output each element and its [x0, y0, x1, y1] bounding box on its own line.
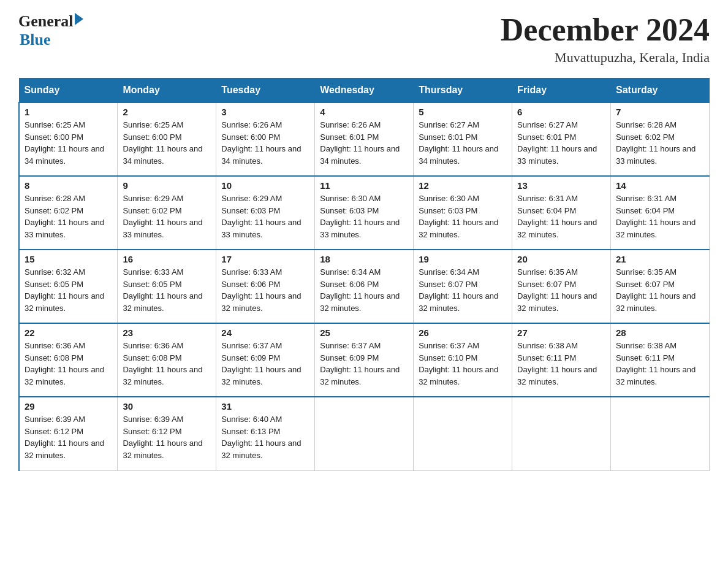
day-cell: 15Sunrise: 6:32 AMSunset: 6:05 PMDayligh…	[19, 250, 118, 323]
header-cell-friday: Friday	[512, 79, 611, 103]
day-info: Sunrise: 6:29 AMSunset: 6:03 PMDaylight:…	[221, 194, 301, 239]
day-number: 3	[221, 107, 309, 117]
day-number: 15	[25, 254, 112, 264]
day-cell: 6Sunrise: 6:27 AMSunset: 6:01 PMDaylight…	[512, 102, 611, 176]
day-cell: 13Sunrise: 6:31 AMSunset: 6:04 PMDayligh…	[512, 176, 611, 250]
day-cell: 21Sunrise: 6:35 AMSunset: 6:07 PMDayligh…	[611, 250, 710, 323]
day-info: Sunrise: 6:26 AMSunset: 6:01 PMDaylight:…	[320, 120, 400, 166]
day-info: Sunrise: 6:25 AMSunset: 6:00 PMDaylight:…	[25, 120, 104, 166]
day-info: Sunrise: 6:36 AMSunset: 6:08 PMDaylight:…	[25, 341, 104, 386]
day-cell: 29Sunrise: 6:39 AMSunset: 6:12 PMDayligh…	[19, 397, 118, 470]
day-number: 17	[221, 254, 309, 264]
header-cell-thursday: Thursday	[414, 79, 512, 103]
header-cell-wednesday: Wednesday	[315, 79, 414, 103]
week-row-1: 1Sunrise: 6:25 AMSunset: 6:00 PMDaylight…	[19, 102, 710, 176]
day-number: 31	[221, 401, 309, 412]
day-info: Sunrise: 6:30 AMSunset: 6:03 PMDaylight:…	[320, 194, 400, 239]
title-block: December 2024 Muvattupuzha, Kerala, Indi…	[501, 12, 710, 66]
day-info: Sunrise: 6:39 AMSunset: 6:12 PMDaylight:…	[123, 415, 202, 460]
day-info: Sunrise: 6:35 AMSunset: 6:07 PMDaylight:…	[616, 267, 696, 313]
day-number: 4	[320, 107, 408, 117]
day-info: Sunrise: 6:27 AMSunset: 6:01 PMDaylight:…	[517, 120, 597, 166]
day-cell: 31Sunrise: 6:40 AMSunset: 6:13 PMDayligh…	[216, 397, 315, 470]
day-info: Sunrise: 6:25 AMSunset: 6:00 PMDaylight:…	[123, 120, 202, 166]
day-number: 23	[123, 327, 211, 338]
day-number: 26	[419, 327, 507, 338]
page-header: General Blue December 2024 Muvattupuzha,…	[18, 12, 710, 66]
day-info: Sunrise: 6:39 AMSunset: 6:12 PMDaylight:…	[25, 415, 104, 460]
day-info: Sunrise: 6:37 AMSunset: 6:10 PMDaylight:…	[419, 341, 498, 386]
day-number: 29	[25, 401, 112, 412]
day-cell: 1Sunrise: 6:25 AMSunset: 6:00 PMDaylight…	[19, 102, 118, 176]
day-number: 19	[419, 254, 507, 264]
header-row: SundayMondayTuesdayWednesdayThursdayFrid…	[19, 79, 710, 103]
day-cell	[512, 397, 611, 470]
day-info: Sunrise: 6:40 AMSunset: 6:13 PMDaylight:…	[221, 415, 301, 460]
day-cell: 4Sunrise: 6:26 AMSunset: 6:01 PMDaylight…	[315, 102, 414, 176]
day-number: 7	[616, 107, 704, 117]
day-cell: 14Sunrise: 6:31 AMSunset: 6:04 PMDayligh…	[611, 176, 710, 250]
day-number: 10	[221, 180, 309, 191]
logo-arrow-icon	[75, 13, 83, 25]
day-info: Sunrise: 6:28 AMSunset: 6:02 PMDaylight:…	[25, 194, 104, 239]
day-cell: 10Sunrise: 6:29 AMSunset: 6:03 PMDayligh…	[216, 176, 315, 250]
logo-general: General	[18, 12, 74, 31]
week-row-2: 8Sunrise: 6:28 AMSunset: 6:02 PMDaylight…	[19, 176, 710, 250]
header-cell-tuesday: Tuesday	[216, 79, 315, 103]
day-number: 8	[25, 180, 112, 191]
header-cell-monday: Monday	[118, 79, 216, 103]
day-info: Sunrise: 6:35 AMSunset: 6:07 PMDaylight:…	[517, 267, 597, 313]
day-number: 12	[419, 180, 507, 191]
day-number: 25	[320, 327, 408, 338]
day-info: Sunrise: 6:28 AMSunset: 6:02 PMDaylight:…	[616, 120, 696, 166]
day-cell: 3Sunrise: 6:26 AMSunset: 6:00 PMDaylight…	[216, 102, 315, 176]
day-number: 11	[320, 180, 408, 191]
day-cell: 19Sunrise: 6:34 AMSunset: 6:07 PMDayligh…	[414, 250, 512, 323]
day-number: 14	[616, 180, 704, 191]
day-cell: 23Sunrise: 6:36 AMSunset: 6:08 PMDayligh…	[118, 323, 216, 397]
day-number: 22	[25, 327, 112, 338]
week-row-5: 29Sunrise: 6:39 AMSunset: 6:12 PMDayligh…	[19, 397, 710, 470]
day-cell: 18Sunrise: 6:34 AMSunset: 6:06 PMDayligh…	[315, 250, 414, 323]
day-number: 24	[221, 327, 309, 338]
day-cell: 26Sunrise: 6:37 AMSunset: 6:10 PMDayligh…	[414, 323, 512, 397]
day-number: 1	[25, 107, 112, 117]
day-info: Sunrise: 6:37 AMSunset: 6:09 PMDaylight:…	[320, 341, 400, 386]
day-info: Sunrise: 6:38 AMSunset: 6:11 PMDaylight:…	[517, 341, 597, 386]
day-number: 6	[517, 107, 605, 117]
day-cell: 25Sunrise: 6:37 AMSunset: 6:09 PMDayligh…	[315, 323, 414, 397]
day-info: Sunrise: 6:37 AMSunset: 6:09 PMDaylight:…	[221, 341, 301, 386]
calendar-header: SundayMondayTuesdayWednesdayThursdayFrid…	[19, 79, 710, 103]
day-cell: 22Sunrise: 6:36 AMSunset: 6:08 PMDayligh…	[19, 323, 118, 397]
day-cell: 20Sunrise: 6:35 AMSunset: 6:07 PMDayligh…	[512, 250, 611, 323]
day-number: 30	[123, 401, 211, 412]
day-number: 13	[517, 180, 605, 191]
day-number: 20	[517, 254, 605, 264]
day-info: Sunrise: 6:33 AMSunset: 6:06 PMDaylight:…	[221, 267, 301, 313]
day-cell: 2Sunrise: 6:25 AMSunset: 6:00 PMDaylight…	[118, 102, 216, 176]
header-cell-saturday: Saturday	[611, 79, 710, 103]
day-info: Sunrise: 6:34 AMSunset: 6:07 PMDaylight:…	[419, 267, 498, 313]
day-cell: 9Sunrise: 6:29 AMSunset: 6:02 PMDaylight…	[118, 176, 216, 250]
day-info: Sunrise: 6:30 AMSunset: 6:03 PMDaylight:…	[419, 194, 498, 239]
day-number: 28	[616, 327, 704, 338]
calendar-body: 1Sunrise: 6:25 AMSunset: 6:00 PMDaylight…	[19, 102, 710, 470]
day-cell	[414, 397, 512, 470]
logo: General Blue	[18, 12, 83, 49]
day-info: Sunrise: 6:31 AMSunset: 6:04 PMDaylight:…	[616, 194, 696, 239]
day-number: 18	[320, 254, 408, 264]
logo-blue: Blue	[20, 31, 51, 48]
day-info: Sunrise: 6:29 AMSunset: 6:02 PMDaylight:…	[123, 194, 202, 239]
day-cell: 27Sunrise: 6:38 AMSunset: 6:11 PMDayligh…	[512, 323, 611, 397]
day-info: Sunrise: 6:34 AMSunset: 6:06 PMDaylight:…	[320, 267, 400, 313]
header-cell-sunday: Sunday	[19, 79, 118, 103]
day-cell: 16Sunrise: 6:33 AMSunset: 6:05 PMDayligh…	[118, 250, 216, 323]
day-cell: 12Sunrise: 6:30 AMSunset: 6:03 PMDayligh…	[414, 176, 512, 250]
location-title: Muvattupuzha, Kerala, India	[501, 50, 710, 66]
day-number: 2	[123, 107, 211, 117]
day-info: Sunrise: 6:38 AMSunset: 6:11 PMDaylight:…	[616, 341, 696, 386]
day-number: 9	[123, 180, 211, 191]
day-cell: 30Sunrise: 6:39 AMSunset: 6:12 PMDayligh…	[118, 397, 216, 470]
day-cell	[315, 397, 414, 470]
day-number: 21	[616, 254, 704, 264]
